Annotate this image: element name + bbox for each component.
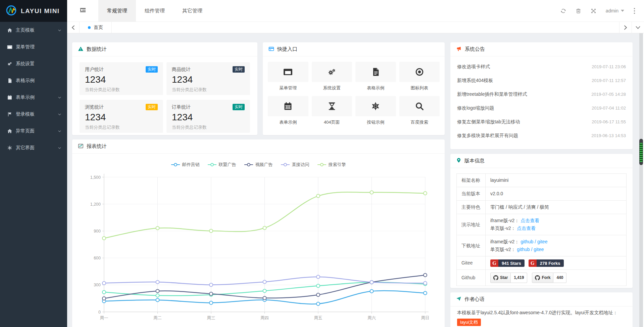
logo: LAYUI MINI <box>0 0 67 22</box>
sidebar-item-5[interactable]: 表单示例 <box>0 89 67 106</box>
stat-badge: 实时 <box>233 104 245 110</box>
gitee-icon: G <box>490 259 498 267</box>
clear-cache-button[interactable] <box>576 8 581 14</box>
stat-value: 1234 <box>172 112 245 123</box>
stat-label: 商品统计 <box>172 67 191 73</box>
asterisk-icon <box>7 145 12 151</box>
hourglass-icon <box>327 101 337 111</box>
version-row-label: Github <box>457 270 486 286</box>
scrollbar-track <box>639 33 643 327</box>
quick-entry-表格示例[interactable]: 表格示例 <box>355 62 396 91</box>
snowflake-icon <box>371 101 380 111</box>
legend-item-视频广告[interactable]: 视频广告 <box>244 162 273 168</box>
line-chart: 03006009001,2001,500周一周二周三周四周五周六周日 <box>72 154 445 327</box>
table-row: GithubStar1,419Fork440 <box>457 270 627 286</box>
more-vertical-icon <box>634 8 635 14</box>
announcement-title: 修改选项卡样式 <box>457 64 490 70</box>
report-card: 报表统计 邮件营销联盟广告视频广告直接访问搜索引擎 03006009001,20… <box>72 139 445 327</box>
table-row: 当前版本v2.0.0 <box>457 187 627 201</box>
sidebar-collapse-button[interactable] <box>67 0 98 22</box>
chart-line-icon <box>78 143 84 150</box>
nav-tab-1[interactable]: 常规管理 <box>98 0 136 22</box>
nav-tab-3[interactable]: 其它管理 <box>174 0 211 22</box>
tab-home[interactable]: 首页 <box>80 22 112 33</box>
quick-entry-label: 系统设置 <box>312 85 352 91</box>
sidebar-item-4[interactable]: 表格示例 <box>0 72 67 89</box>
gitee-badge[interactable]: G278 Forks <box>529 259 564 267</box>
data-stats-card: 数据统计 用户统计实时1234当前分类总记录数商品统计实时1234当前分类总记录… <box>72 42 257 135</box>
sidebar-item-3[interactable]: 系统设置 <box>0 55 67 72</box>
chevron-left-icon <box>71 25 75 30</box>
file-icon <box>7 78 12 83</box>
version-row-value: iframe版-v2： 点击查看单页版-v2： 点击查看 <box>486 214 627 235</box>
username: admin <box>606 8 618 13</box>
legend-item-搜索引擎[interactable]: 搜索引擎 <box>317 162 346 168</box>
fullscreen-button[interactable] <box>591 8 596 14</box>
version-row-value: 零门槛 / 响应式 / 清爽 / 极简 <box>486 201 627 214</box>
legend-marker-icon <box>317 163 326 167</box>
legend-label: 联盟广告 <box>219 162 236 168</box>
svg-text:0: 0 <box>98 310 101 315</box>
link-点击查看[interactable]: 点击查看 <box>517 226 536 231</box>
quick-entry-表单示例[interactable]: 表单示例 <box>268 96 308 125</box>
gitee-icon: G <box>529 259 537 267</box>
dot-circle-icon <box>415 67 424 77</box>
quick-entry-系统设置[interactable]: 系统设置 <box>312 62 352 91</box>
sidebar-item-label: 异常页面 <box>16 128 54 134</box>
link-点击查看[interactable]: 点击查看 <box>521 218 539 223</box>
legend-item-邮件营销[interactable]: 邮件营销 <box>171 162 200 168</box>
more-menu-button[interactable] <box>634 8 635 14</box>
version-row-label: 主要特色 <box>457 201 486 214</box>
quick-entry-图标列表[interactable]: 图标列表 <box>399 62 440 91</box>
caret-down-icon <box>621 10 624 12</box>
quick-entry-百度搜索[interactable]: 百度搜索 <box>399 96 440 125</box>
announcement-title: 新增系统404模板 <box>457 78 493 84</box>
main-content: 数据统计 用户统计实时1234当前分类总记录数商品统计实时1234当前分类总记录… <box>67 33 639 327</box>
gears-icon <box>327 67 337 77</box>
layui-doc-badge[interactable]: layui文档 <box>457 319 481 326</box>
user-menu[interactable]: admin <box>606 8 624 13</box>
scrollbar-thumb[interactable] <box>639 139 643 165</box>
nav-tab-2[interactable]: 组件管理 <box>136 0 174 22</box>
quick-entry-404页面[interactable]: 404页面 <box>312 96 352 125</box>
legend-item-联盟广告[interactable]: 联盟广告 <box>208 162 236 168</box>
quick-entry-菜单管理[interactable]: 菜单管理 <box>268 62 308 91</box>
legend-label: 视频广告 <box>255 162 273 168</box>
sidebar-item-1[interactable]: 主页模板 <box>0 22 67 39</box>
legend-item-直接访问[interactable]: 直接访问 <box>281 162 309 168</box>
link-github[interactable]: github <box>517 247 530 252</box>
legend-label: 直接访问 <box>292 162 309 168</box>
stat-badge: 实时 <box>146 66 158 73</box>
table-row: 主要特色零门槛 / 响应式 / 清爽 / 极简 <box>457 201 627 214</box>
chevron-down-icon <box>57 28 62 33</box>
table-row: 下载地址iframe版-v2： github / gitee单页版-v2： gi… <box>457 235 627 256</box>
quick-entry-label: 404页面 <box>312 119 352 125</box>
quick-entry-按钮示例[interactable]: 按钮示例 <box>355 96 396 125</box>
quick-entry-card: 快捷入口 菜单管理系统设置表格示例图标列表表单示例404页面按钮示例百度搜索 <box>263 42 445 135</box>
tabs-scroll-right-button[interactable] <box>619 22 632 33</box>
chevron-right-icon <box>624 25 628 30</box>
gitee-badge[interactable]: G941 Stars <box>490 259 525 267</box>
version-row-value: v2.0.0 <box>486 187 627 201</box>
announcement-row: 修复左侧菜单缩放tab无法移动2019-06-17 11:55 <box>457 115 626 129</box>
stat-box: 商品统计实时1234当前分类总记录数 <box>166 62 250 95</box>
gears-icon <box>7 61 12 67</box>
sidebar-item-8[interactable]: 其它界面 <box>0 139 67 156</box>
tabs-menu-button[interactable] <box>632 22 644 33</box>
link-github[interactable]: github <box>521 239 533 244</box>
sidebar-item-2[interactable]: 菜单管理 <box>0 39 67 55</box>
version-card: 版本信息 框架名称layuimini当前版本v2.0.0主要特色零门槛 / 响应… <box>450 154 633 288</box>
search-icon <box>415 101 424 111</box>
tabs-scroll-left-button[interactable] <box>67 22 80 33</box>
sidebar-menu: 主页模板菜单管理系统设置表格示例表单示例登录模板异常页面其它界面 <box>0 22 67 156</box>
refresh-button[interactable] <box>560 8 566 14</box>
version-row-value: layuimini <box>486 174 627 187</box>
sidebar-item-7[interactable]: 异常页面 <box>0 123 67 139</box>
sidebar-item-6[interactable]: 登录模板 <box>0 106 67 123</box>
github-star-button[interactable]: Star1,419 <box>490 273 527 283</box>
quick-entry-label: 表格示例 <box>355 85 396 91</box>
github-fork-button[interactable]: Fork440 <box>532 273 566 283</box>
stat-value: 1234 <box>85 112 158 123</box>
link-gitee[interactable]: gitee <box>534 247 544 252</box>
link-gitee[interactable]: gitee <box>537 239 547 244</box>
